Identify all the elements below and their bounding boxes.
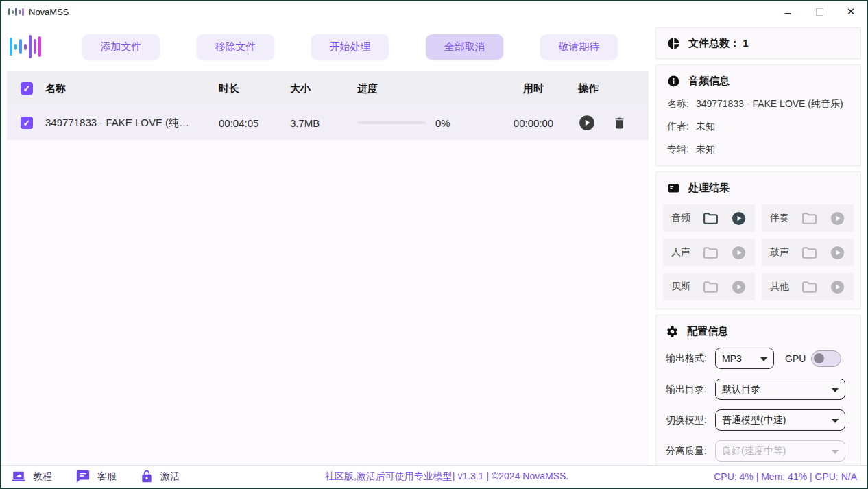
cell-operations <box>568 114 651 132</box>
title-bar: NovaMSS – ✕ <box>1 1 867 22</box>
output-dir-label: 输出目录: <box>666 383 715 396</box>
table-row[interactable]: 349771833 - FAKE LOVE (纯… 00:04:05 3.7MB… <box>7 106 649 140</box>
chevron-down-icon <box>832 419 839 423</box>
file-count-text: 文件总数： 1 <box>688 37 749 50</box>
results-title: 处理结果 <box>688 182 730 195</box>
config-title: 配置信息 <box>687 325 728 338</box>
result-label: 音频 <box>671 212 690 224</box>
quality-select: 良好(速度中等) <box>715 440 845 462</box>
col-header-size: 大小 <box>290 82 357 95</box>
config-card: 配置信息 输出格式: MP3 GPU 输出目录: 默认目录 <box>655 315 861 469</box>
audio-album-field: 专辑: 未知 <box>667 143 849 156</box>
status-bar: 教程 客服 激活 社区版,激活后可使用专业模型| v1.3.1 | ©2024 … <box>1 465 867 488</box>
open-folder-button <box>702 244 719 261</box>
audio-name-label: 名称: <box>667 98 689 110</box>
audio-album-value: 未知 <box>696 143 715 156</box>
output-dir-row: 输出目录: 默认目录 <box>666 379 851 400</box>
audio-name-field: 名称: 349771833 - FAKE LOVE (纯音乐) <box>667 98 849 110</box>
file-count-card: 文件总数： 1 <box>655 27 861 59</box>
audio-album-label: 专辑: <box>667 143 689 156</box>
quality-label: 分离质量: <box>666 445 715 457</box>
col-header-progress: 进度 <box>357 82 499 95</box>
result-item-accompaniment: 伴奏 <box>762 204 854 232</box>
output-format-label: 输出格式: <box>666 353 715 365</box>
col-header-duration: 时长 <box>219 82 290 95</box>
play-result-button <box>830 245 845 261</box>
folder-icon <box>702 244 719 261</box>
audio-name-value: 349771833 - FAKE LOVE (纯音乐) <box>696 98 843 110</box>
gpu-label: GPU <box>785 353 806 364</box>
output-format-value: MP3 <box>722 353 742 364</box>
activate-label: 激活 <box>160 470 180 483</box>
cell-duration: 00:04:05 <box>219 117 290 129</box>
result-label: 伴奏 <box>770 212 789 224</box>
chevron-down-icon <box>832 388 839 392</box>
play-result-button[interactable] <box>731 211 747 226</box>
trash-icon <box>612 116 627 130</box>
toolbar: 添加文件 移除文件 开始处理 全部取消 敬请期待 <box>7 27 649 66</box>
support-label: 客服 <box>97 470 117 483</box>
start-processing-button[interactable]: 开始处理 <box>311 34 389 60</box>
tutorial-screen-icon <box>11 469 26 484</box>
gpu-toggle[interactable] <box>811 350 841 367</box>
result-item-drums: 鼓声 <box>762 239 854 266</box>
tutorial-label: 教程 <box>33 470 52 483</box>
cell-elapsed: 00:00:00 <box>499 117 568 129</box>
audio-info-title: 音频信息 <box>688 75 730 88</box>
play-icon <box>731 279 747 295</box>
audio-artist-value: 未知 <box>696 121 715 133</box>
result-label: 其他 <box>770 281 789 293</box>
list-card-icon <box>667 182 680 195</box>
output-format-select[interactable]: MP3 <box>715 348 774 369</box>
cell-file-name: 349771833 - FAKE LOVE (纯… <box>45 117 219 130</box>
model-label: 切换模型: <box>666 414 715 427</box>
maximize-button[interactable] <box>804 1 835 22</box>
audio-info-header: 音频信息 <box>667 75 849 88</box>
model-row: 切换模型: 普通模型(中速) <box>666 409 851 431</box>
activate-link[interactable]: 激活 <box>140 470 180 484</box>
open-folder-button[interactable] <box>702 210 719 227</box>
play-icon <box>731 211 747 226</box>
maximize-icon <box>816 8 823 16</box>
support-link[interactable]: 客服 <box>75 469 117 484</box>
sidebar: 文件总数： 1 音频信息 名称: 349771833 - FAKE LOVE (… <box>655 27 861 460</box>
col-header-ops: 操作 <box>568 82 651 95</box>
results-card: 处理结果 音频 伴奏 人声 <box>655 171 861 309</box>
col-header-elapsed: 用时 <box>499 82 568 95</box>
system-stats: CPU: 4% | Mem: 41% | GPU: N/A <box>714 471 857 482</box>
play-result-button <box>731 279 747 295</box>
output-dir-select[interactable]: 默认目录 <box>715 379 845 400</box>
config-header: 配置信息 <box>666 325 851 338</box>
remove-files-button[interactable]: 移除文件 <box>197 34 274 60</box>
model-value: 普通模型(中速) <box>722 414 786 427</box>
play-icon <box>830 279 845 295</box>
result-item-audio: 音频 <box>663 204 755 232</box>
result-item-vocals: 人声 <box>663 239 755 266</box>
file-table: 名称 时长 大小 进度 用时 操作 349771833 - FAKE LOVE … <box>7 71 649 465</box>
tutorial-link[interactable]: 教程 <box>11 469 52 484</box>
cancel-all-button[interactable]: 全部取消 <box>426 34 503 60</box>
quality-value: 良好(速度中等) <box>722 445 786 457</box>
row-checkbox[interactable] <box>21 117 33 129</box>
open-folder-button <box>801 278 818 296</box>
col-header-name: 名称 <box>45 82 219 95</box>
progress-label: 0% <box>435 117 450 129</box>
result-label: 人声 <box>671 246 690 259</box>
coming-soon-button[interactable]: 敬请期待 <box>540 34 618 60</box>
folder-icon <box>801 278 818 296</box>
delete-row-button[interactable] <box>612 116 627 130</box>
select-all-checkbox[interactable] <box>21 82 33 95</box>
waveform-logo-icon <box>10 35 45 58</box>
add-files-button[interactable]: 添加文件 <box>82 34 160 60</box>
info-icon <box>667 75 680 88</box>
cell-size: 3.7MB <box>290 117 357 129</box>
result-item-bass: 贝斯 <box>663 273 755 300</box>
minimize-button[interactable]: – <box>772 1 804 22</box>
results-grid: 音频 伴奏 人声 鼓声 <box>663 204 854 300</box>
model-select[interactable]: 普通模型(中速) <box>715 409 845 431</box>
table-header-row: 名称 时长 大小 进度 用时 操作 <box>7 71 649 106</box>
play-row-button[interactable] <box>578 114 596 132</box>
folder-icon <box>801 210 818 227</box>
play-icon <box>731 245 747 261</box>
close-button[interactable]: ✕ <box>835 1 867 22</box>
